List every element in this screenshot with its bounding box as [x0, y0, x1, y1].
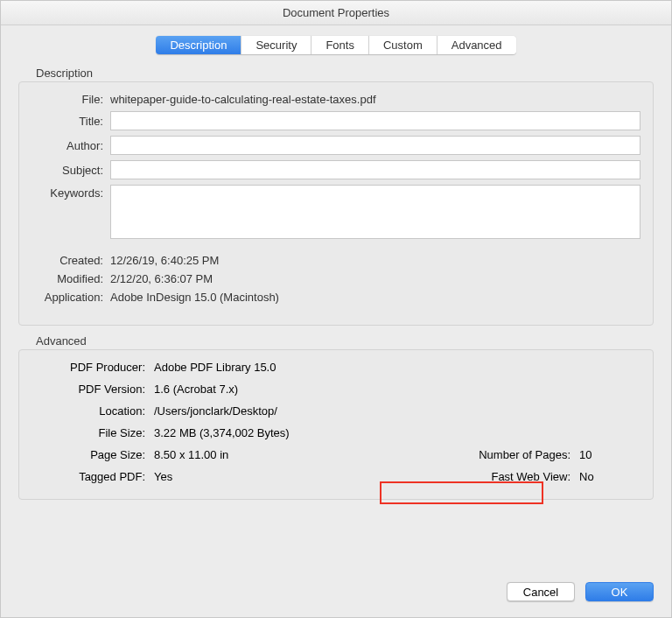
file-label: File:	[32, 93, 110, 106]
application-label: Application:	[32, 291, 110, 304]
page-size-value: 8.50 x 11.00 in	[154, 448, 439, 461]
tab-custom[interactable]: Custom	[369, 36, 438, 54]
pdf-version-value: 1.6 (Acrobat 7.x)	[154, 383, 640, 396]
dialog-button-row: Cancel OK	[1, 568, 671, 617]
subject-label: Subject:	[32, 164, 110, 177]
page-size-label: Page Size:	[32, 448, 154, 461]
description-heading: Description	[36, 67, 654, 80]
tab-fonts[interactable]: Fonts	[312, 36, 369, 54]
advanced-heading: Advanced	[36, 334, 654, 348]
window-title: Document Properties	[283, 6, 389, 19]
location-value: /Users/jonclark/Desktop/	[154, 404, 640, 418]
document-properties-dialog: Document Properties Description Security…	[0, 0, 672, 618]
modified-value: 2/12/20, 6:36:07 PM	[110, 272, 640, 285]
pdf-producer-value: Adobe PDF Library 15.0	[154, 361, 640, 374]
fast-web-view-value: No	[579, 470, 640, 483]
keywords-input[interactable]	[110, 185, 640, 239]
modified-label: Modified:	[32, 272, 110, 285]
ok-button[interactable]: OK	[585, 582, 654, 601]
pdf-producer-label: PDF Producer:	[32, 361, 154, 374]
dialog-content: Description File: whitepaper-guide-to-ca…	[1, 61, 671, 568]
keywords-label: Keywords:	[32, 185, 110, 200]
tab-security[interactable]: Security	[242, 36, 312, 54]
created-value: 12/26/19, 6:40:25 PM	[110, 254, 640, 267]
title-input[interactable]	[110, 111, 640, 130]
tab-description[interactable]: Description	[156, 36, 242, 54]
tab-bar: Description Security Fonts Custom Advanc…	[1, 36, 671, 54]
window-titlebar: Document Properties	[1, 1, 671, 25]
title-label: Title:	[32, 115, 110, 128]
description-fieldset: File: whitepaper-guide-to-calculating-re…	[18, 81, 654, 326]
created-label: Created:	[32, 254, 110, 267]
number-of-pages-value: 10	[579, 448, 640, 461]
location-label: Location:	[32, 404, 154, 418]
author-input[interactable]	[110, 136, 640, 155]
file-size-label: File Size:	[32, 426, 154, 439]
file-value: whitepaper-guide-to-calculating-real-est…	[110, 93, 640, 106]
author-label: Author:	[32, 139, 110, 152]
application-value: Adobe InDesign 15.0 (Macintosh)	[110, 291, 640, 304]
pdf-version-label: PDF Version:	[32, 383, 154, 396]
cancel-button[interactable]: Cancel	[507, 582, 575, 601]
advanced-fieldset: PDF Producer: Adobe PDF Library 15.0 PDF…	[18, 349, 654, 500]
number-of-pages-label: Number of Pages:	[439, 448, 579, 461]
file-size-value: 3.22 MB (3,374,002 Bytes)	[154, 426, 640, 439]
fast-web-view-label: Fast Web View:	[439, 470, 579, 483]
tagged-pdf-label: Tagged PDF:	[32, 470, 154, 483]
tagged-pdf-value: Yes	[154, 470, 439, 483]
subject-input[interactable]	[110, 160, 640, 179]
annotation-highlight-box	[380, 481, 543, 504]
tab-group: Description Security Fonts Custom Advanc…	[156, 36, 515, 54]
tab-advanced[interactable]: Advanced	[438, 36, 516, 54]
